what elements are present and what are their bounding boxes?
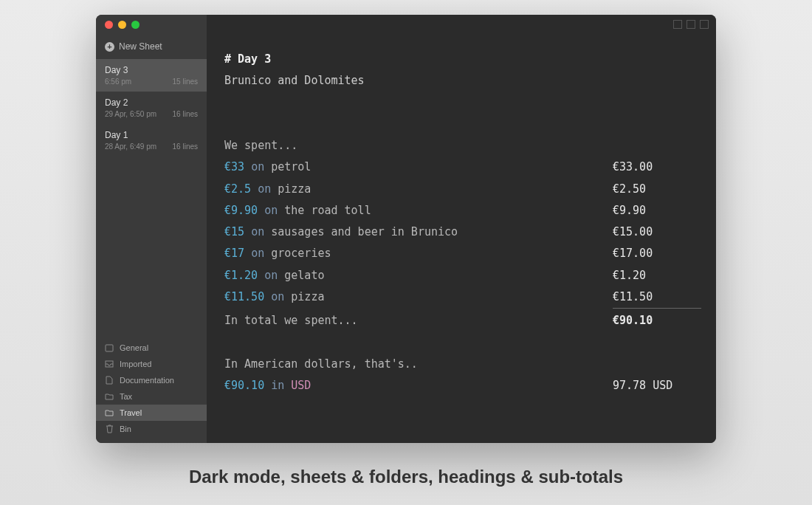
zoom-icon[interactable] xyxy=(131,21,140,29)
sheet-title: Day 3 xyxy=(105,65,198,75)
inbox-icon xyxy=(105,360,114,368)
window-control-3[interactable] xyxy=(700,20,709,29)
sidebar: + New Sheet Day 36:56 pm15 linesDay 229 … xyxy=(96,15,207,443)
sidebar-sheet-item[interactable]: Day 229 Apr, 6:50 pm16 lines xyxy=(96,92,207,124)
editor[interactable]: # Day 3Brunico and Dolomites We spent...… xyxy=(207,15,716,443)
titlebar xyxy=(96,15,716,34)
result-value: €15.00 xyxy=(613,221,701,243)
sidebar-folder-item[interactable]: Imported xyxy=(96,356,207,372)
total-value: €90.10 xyxy=(613,308,701,331)
sheet-meta: 15 lines xyxy=(173,78,198,86)
sheet-title: Day 2 xyxy=(105,97,198,108)
new-sheet-label: New Sheet xyxy=(119,41,162,52)
expense-line: €9.90 on the road toll€9.90 xyxy=(224,200,701,221)
folder-label: General xyxy=(120,343,148,352)
folder-icon xyxy=(105,409,114,416)
result-value: €2.50 xyxy=(613,179,701,200)
svg-rect-0 xyxy=(106,345,113,351)
new-sheet-button[interactable]: + New Sheet xyxy=(96,37,207,59)
sidebar-folder-item[interactable]: Travel xyxy=(96,405,207,421)
expense-line: €2.5 on pizza€2.50 xyxy=(224,179,701,200)
convert-line: €90.10 in USD97.78 USD xyxy=(224,375,701,396)
app-window: + New Sheet Day 36:56 pm15 linesDay 229 … xyxy=(96,15,716,443)
caption: Dark mode, sheets & folders, headings & … xyxy=(0,467,812,487)
minimize-icon[interactable] xyxy=(118,21,126,29)
expense-line: €17 on groceries€17.00 xyxy=(224,243,701,264)
folder-label: Bin xyxy=(120,425,131,433)
intro-line: We spent... xyxy=(224,135,297,157)
sheet-time: 28 Apr, 6:49 pm xyxy=(105,142,156,151)
expense-line: €1.20 on gelato€1.20 xyxy=(224,265,701,286)
convert-result: 97.78 USD xyxy=(613,375,701,396)
convert-label: In American dollars, that's.. xyxy=(224,354,418,375)
total-line: In total we spent...€90.10 xyxy=(224,308,701,331)
sheet-meta: 16 lines xyxy=(173,142,198,151)
result-value: €1.20 xyxy=(613,265,701,286)
folder-label: Travel xyxy=(120,408,142,417)
sidebar-folder-item[interactable]: Bin xyxy=(96,421,207,437)
sidebar-folder-item[interactable]: Documentation xyxy=(96,372,207,388)
subtitle: Brunico and Dolomites xyxy=(224,70,365,92)
sheet-time: 6:56 pm xyxy=(105,78,131,86)
folder-list: GeneralImportedDocumentationTaxTravelBin xyxy=(96,335,207,443)
expense-line: €11.50 on pizza€11.50 xyxy=(224,286,701,308)
layers-icon xyxy=(105,344,114,351)
expense-line: €15 on sausages and beer in Brunico€15.0… xyxy=(224,221,701,243)
sidebar-sheet-item[interactable]: Day 36:56 pm15 lines xyxy=(96,59,207,92)
folder-label: Documentation xyxy=(120,376,174,385)
expense-line: €33 on petrol€33.00 xyxy=(224,157,701,178)
traffic-lights xyxy=(105,21,140,29)
result-value: €17.00 xyxy=(613,243,701,264)
sheet-title: Day 1 xyxy=(105,130,198,140)
window-control-1[interactable] xyxy=(673,20,682,29)
close-icon[interactable] xyxy=(105,21,113,29)
window-controls xyxy=(673,20,709,29)
sidebar-folder-item[interactable]: General xyxy=(96,340,207,356)
sheet-time: 29 Apr, 6:50 pm xyxy=(105,110,156,118)
sheet-meta: 16 lines xyxy=(173,110,198,118)
sidebar-sheet-item[interactable]: Day 128 Apr, 6:49 pm16 lines xyxy=(96,124,207,157)
folder-label: Tax xyxy=(120,392,132,401)
plus-circle-icon: + xyxy=(105,42,114,52)
result-value: €9.90 xyxy=(613,200,701,221)
sheet-list: Day 36:56 pm15 linesDay 229 Apr, 6:50 pm… xyxy=(96,59,207,157)
result-value: €33.00 xyxy=(613,157,701,178)
doc-icon xyxy=(105,377,114,384)
trash-icon xyxy=(105,425,114,433)
sidebar-folder-item[interactable]: Tax xyxy=(96,388,207,405)
window-control-2[interactable] xyxy=(687,20,695,29)
heading: # Day 3 xyxy=(224,49,271,70)
result-value: €11.50 xyxy=(613,286,701,308)
folder-label: Imported xyxy=(120,360,151,368)
folder-icon xyxy=(105,393,114,400)
